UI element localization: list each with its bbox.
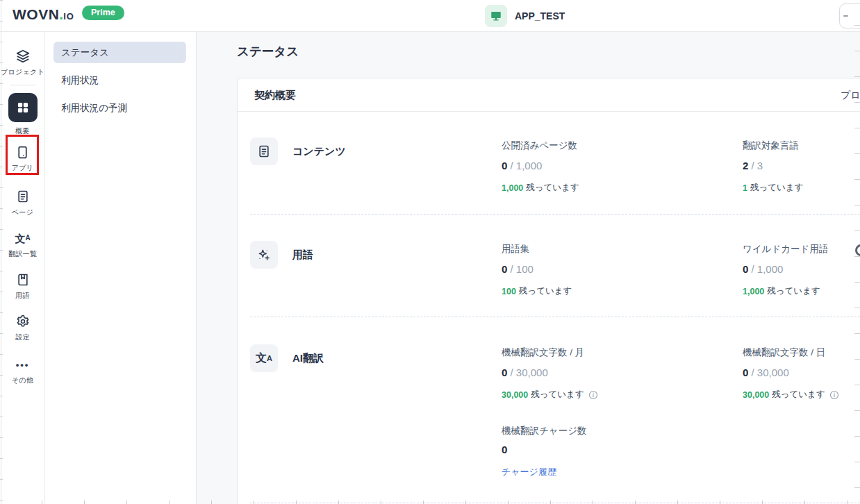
card-header-link[interactable]: プロジ [841, 78, 860, 112]
info-icon[interactable] [829, 390, 839, 400]
plan-badge: Prime [82, 6, 124, 20]
sidebar-divider [10, 85, 36, 85]
sidebar-item-label: その他 [0, 376, 45, 385]
sidebar-item-project[interactable]: プロジェクト [0, 47, 45, 77]
stat-label: 用語集 [502, 243, 530, 255]
sidebar-item-settings[interactable]: 設定 [0, 312, 45, 342]
sidebar-item-overview[interactable]: 概要 [0, 93, 45, 136]
layers-icon [0, 47, 45, 65]
stat-remaining: 1,000残っています [502, 182, 579, 194]
stat-value: 0 / 30,000 [743, 367, 789, 378]
stat-remaining: 30,000残っています [502, 389, 598, 401]
page-title: ステータス [237, 43, 299, 60]
stat-label: 翻訳対象言語 [743, 140, 799, 152]
stat-remaining: 30,000残っています [743, 389, 839, 401]
row-title: コンテンツ [292, 145, 346, 158]
contract-overview-card: 契約概要 プロジ コンテンツ 公開済みページ数 0 / 1,000 1,000残… [237, 78, 860, 504]
translate-icon-latin: A [267, 355, 272, 362]
sidebar-item-page[interactable]: ページ [0, 187, 45, 217]
charge-history-link[interactable]: チャージ履歴 [502, 466, 556, 478]
main-content: ステータス 契約概要 プロジ コンテンツ 公開済みページ数 0 / 1,000 … [197, 32, 860, 504]
sidebar-item-label: 翻訳一覧 [0, 249, 45, 259]
sidebar-item-app[interactable]: アプリ [0, 143, 45, 173]
sidebar-item-label: アプリ [0, 163, 45, 173]
icon-sidebar: プロジェクト 概要 アプリ [0, 32, 45, 504]
stat-value: 2 / 3 [743, 160, 763, 171]
stat-label: ワイルドカード用語 [743, 243, 828, 255]
stat-value: 0 / 1,000 [502, 160, 542, 171]
stat-value: 0 / 30,000 [502, 367, 548, 378]
sidebar-item-label: 概要 [0, 126, 45, 136]
grid-icon [8, 93, 38, 122]
translate-icon-kanji: 文 [15, 233, 25, 244]
sidebar-item-label: 用語 [0, 291, 45, 301]
sidebar-item-glossary[interactable]: 用語 [0, 271, 45, 301]
sparkle-icon [250, 241, 278, 269]
subnav-item-usage[interactable]: 利用状況 [53, 69, 186, 91]
tablet-icon [0, 143, 45, 161]
translate-icon-latin: A [25, 235, 30, 242]
stat-label: 機械翻訳文字数 / 月 [502, 346, 584, 359]
stat-label: 機械翻訳文字数 / 日 [743, 346, 825, 359]
stat-label: 公開済みページ数 [502, 140, 577, 152]
logo-text: WOVN [13, 6, 59, 22]
wovn-logo[interactable]: WOVN.io [13, 6, 74, 23]
sidebar-item-others[interactable]: ••• その他 [0, 355, 45, 385]
stat-remaining: 1残っています [743, 182, 803, 194]
app-window: WOVN.io Prime APP_TEST プロジェク [0, 0, 860, 504]
row-divider [250, 317, 860, 317]
secondary-sidebar: ステータス 利用状況 利用状況の予測 [45, 32, 197, 504]
project-name: APP_TEST [515, 10, 565, 22]
stat-value: 0 / 100 [502, 263, 534, 275]
row-divider [250, 214, 860, 215]
stat-value: 0 / 1,000 [743, 263, 783, 275]
translate-icon: 文A [0, 229, 45, 247]
info-icon[interactable] [588, 390, 598, 400]
project-selector[interactable]: APP_TEST [485, 5, 565, 27]
stat-remaining: 1,000残っています [743, 285, 820, 297]
sidebar-item-translations[interactable]: 文A 翻訳一覧 [0, 229, 45, 259]
edge-button-glyph [843, 15, 848, 17]
header-edge-button[interactable] [839, 3, 860, 28]
row-title: AI翻訳 [292, 352, 324, 365]
row-divider [250, 503, 860, 503]
ellipsis-icon: ••• [0, 355, 45, 373]
sidebar-item-label: ページ [0, 208, 45, 217]
translate-icon-kanji: 文 [256, 353, 267, 364]
card-header: 契約概要 プロジ [238, 78, 860, 112]
charge-count-label: 機械翻訳チャージ数 [502, 425, 586, 437]
gear-icon [0, 312, 45, 330]
translate-icon: 文A [250, 344, 278, 372]
sidebar-item-label: 設定 [0, 333, 45, 342]
top-header: WOVN.io Prime APP_TEST [0, 0, 860, 32]
subnav-item-status[interactable]: ステータス [53, 42, 186, 63]
book-icon [0, 271, 45, 289]
page-icon [0, 187, 45, 205]
card-title: 契約概要 [254, 78, 296, 112]
logo-io-text: io [63, 11, 74, 22]
document-icon [250, 137, 278, 165]
stat-remaining: 100残っています [502, 285, 572, 297]
sidebar-item-label: プロジェクト [0, 67, 45, 77]
charge-count-value: 0 [502, 444, 507, 455]
monitor-icon [485, 5, 507, 27]
subnav-item-usage-forecast[interactable]: 利用状況の予測 [53, 97, 186, 119]
row-title: 用語 [292, 249, 313, 262]
